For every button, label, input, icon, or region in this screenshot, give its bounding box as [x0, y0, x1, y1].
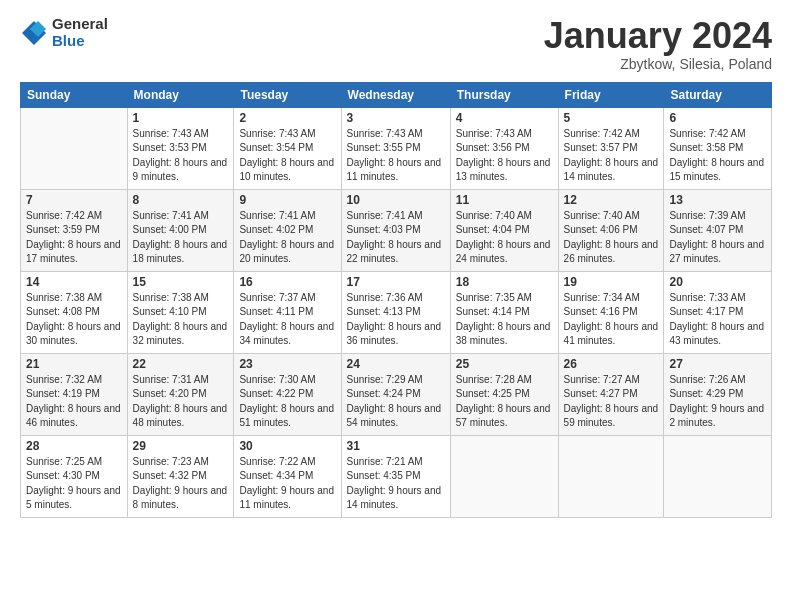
- cell-3-3: 24Sunrise: 7:29 AM Sunset: 4:24 PM Dayli…: [341, 353, 450, 435]
- day-info-4: Sunrise: 7:43 AM Sunset: 3:56 PM Dayligh…: [456, 127, 553, 185]
- header-wednesday: Wednesday: [341, 82, 450, 107]
- day-number-30: 30: [239, 439, 335, 453]
- cell-3-1: 22Sunrise: 7:31 AM Sunset: 4:20 PM Dayli…: [127, 353, 234, 435]
- day-info-12: Sunrise: 7:40 AM Sunset: 4:06 PM Dayligh…: [564, 209, 659, 267]
- cell-0-2: 2Sunrise: 7:43 AM Sunset: 3:54 PM Daylig…: [234, 107, 341, 189]
- cell-2-6: 20Sunrise: 7:33 AM Sunset: 4:17 PM Dayli…: [664, 271, 772, 353]
- day-number-12: 12: [564, 193, 659, 207]
- day-info-16: Sunrise: 7:37 AM Sunset: 4:11 PM Dayligh…: [239, 291, 335, 349]
- cell-3-5: 26Sunrise: 7:27 AM Sunset: 4:27 PM Dayli…: [558, 353, 664, 435]
- day-info-17: Sunrise: 7:36 AM Sunset: 4:13 PM Dayligh…: [347, 291, 445, 349]
- day-number-19: 19: [564, 275, 659, 289]
- day-info-1: Sunrise: 7:43 AM Sunset: 3:53 PM Dayligh…: [133, 127, 229, 185]
- day-info-14: Sunrise: 7:38 AM Sunset: 4:08 PM Dayligh…: [26, 291, 122, 349]
- day-info-28: Sunrise: 7:25 AM Sunset: 4:30 PM Dayligh…: [26, 455, 122, 513]
- logo-general-text: General: [52, 16, 108, 33]
- week-row-4: 28Sunrise: 7:25 AM Sunset: 4:30 PM Dayli…: [21, 435, 772, 517]
- day-info-27: Sunrise: 7:26 AM Sunset: 4:29 PM Dayligh…: [669, 373, 766, 431]
- day-number-27: 27: [669, 357, 766, 371]
- day-number-29: 29: [133, 439, 229, 453]
- day-number-24: 24: [347, 357, 445, 371]
- day-number-22: 22: [133, 357, 229, 371]
- day-number-1: 1: [133, 111, 229, 125]
- day-number-20: 20: [669, 275, 766, 289]
- day-number-31: 31: [347, 439, 445, 453]
- day-info-6: Sunrise: 7:42 AM Sunset: 3:58 PM Dayligh…: [669, 127, 766, 185]
- day-number-3: 3: [347, 111, 445, 125]
- day-number-9: 9: [239, 193, 335, 207]
- header-tuesday: Tuesday: [234, 82, 341, 107]
- day-info-15: Sunrise: 7:38 AM Sunset: 4:10 PM Dayligh…: [133, 291, 229, 349]
- cell-4-1: 29Sunrise: 7:23 AM Sunset: 4:32 PM Dayli…: [127, 435, 234, 517]
- day-info-30: Sunrise: 7:22 AM Sunset: 4:34 PM Dayligh…: [239, 455, 335, 513]
- week-row-0: 1Sunrise: 7:43 AM Sunset: 3:53 PM Daylig…: [21, 107, 772, 189]
- calendar-table: Sunday Monday Tuesday Wednesday Thursday…: [20, 82, 772, 518]
- header: General Blue January 2024 Zbytkow, Siles…: [20, 16, 772, 72]
- day-number-13: 13: [669, 193, 766, 207]
- cell-2-4: 18Sunrise: 7:35 AM Sunset: 4:14 PM Dayli…: [450, 271, 558, 353]
- day-number-16: 16: [239, 275, 335, 289]
- cell-1-5: 12Sunrise: 7:40 AM Sunset: 4:06 PM Dayli…: [558, 189, 664, 271]
- cell-1-4: 11Sunrise: 7:40 AM Sunset: 4:04 PM Dayli…: [450, 189, 558, 271]
- day-info-13: Sunrise: 7:39 AM Sunset: 4:07 PM Dayligh…: [669, 209, 766, 267]
- logo-text: General Blue: [52, 16, 108, 49]
- cell-0-6: 6Sunrise: 7:42 AM Sunset: 3:58 PM Daylig…: [664, 107, 772, 189]
- calendar-location: Zbytkow, Silesia, Poland: [544, 56, 772, 72]
- cell-3-6: 27Sunrise: 7:26 AM Sunset: 4:29 PM Dayli…: [664, 353, 772, 435]
- logo-blue-text: Blue: [52, 33, 108, 50]
- day-number-15: 15: [133, 275, 229, 289]
- cell-2-3: 17Sunrise: 7:36 AM Sunset: 4:13 PM Dayli…: [341, 271, 450, 353]
- cell-0-5: 5Sunrise: 7:42 AM Sunset: 3:57 PM Daylig…: [558, 107, 664, 189]
- cell-1-6: 13Sunrise: 7:39 AM Sunset: 4:07 PM Dayli…: [664, 189, 772, 271]
- day-info-3: Sunrise: 7:43 AM Sunset: 3:55 PM Dayligh…: [347, 127, 445, 185]
- day-number-7: 7: [26, 193, 122, 207]
- cell-4-3: 31Sunrise: 7:21 AM Sunset: 4:35 PM Dayli…: [341, 435, 450, 517]
- day-number-21: 21: [26, 357, 122, 371]
- day-number-4: 4: [456, 111, 553, 125]
- cell-1-2: 9Sunrise: 7:41 AM Sunset: 4:02 PM Daylig…: [234, 189, 341, 271]
- day-number-5: 5: [564, 111, 659, 125]
- day-info-19: Sunrise: 7:34 AM Sunset: 4:16 PM Dayligh…: [564, 291, 659, 349]
- title-block: January 2024 Zbytkow, Silesia, Poland: [544, 16, 772, 72]
- cell-1-1: 8Sunrise: 7:41 AM Sunset: 4:00 PM Daylig…: [127, 189, 234, 271]
- week-row-1: 7Sunrise: 7:42 AM Sunset: 3:59 PM Daylig…: [21, 189, 772, 271]
- cell-0-1: 1Sunrise: 7:43 AM Sunset: 3:53 PM Daylig…: [127, 107, 234, 189]
- day-number-18: 18: [456, 275, 553, 289]
- cell-4-6: [664, 435, 772, 517]
- calendar-title: January 2024: [544, 16, 772, 56]
- day-info-8: Sunrise: 7:41 AM Sunset: 4:00 PM Dayligh…: [133, 209, 229, 267]
- day-number-8: 8: [133, 193, 229, 207]
- cell-3-4: 25Sunrise: 7:28 AM Sunset: 4:25 PM Dayli…: [450, 353, 558, 435]
- day-info-23: Sunrise: 7:30 AM Sunset: 4:22 PM Dayligh…: [239, 373, 335, 431]
- day-info-22: Sunrise: 7:31 AM Sunset: 4:20 PM Dayligh…: [133, 373, 229, 431]
- cell-0-3: 3Sunrise: 7:43 AM Sunset: 3:55 PM Daylig…: [341, 107, 450, 189]
- logo-icon: [20, 19, 48, 47]
- cell-0-0: [21, 107, 128, 189]
- logo: General Blue: [20, 16, 108, 49]
- day-info-9: Sunrise: 7:41 AM Sunset: 4:02 PM Dayligh…: [239, 209, 335, 267]
- cell-4-2: 30Sunrise: 7:22 AM Sunset: 4:34 PM Dayli…: [234, 435, 341, 517]
- day-number-14: 14: [26, 275, 122, 289]
- weekday-header-row: Sunday Monday Tuesday Wednesday Thursday…: [21, 82, 772, 107]
- header-sunday: Sunday: [21, 82, 128, 107]
- day-info-25: Sunrise: 7:28 AM Sunset: 4:25 PM Dayligh…: [456, 373, 553, 431]
- day-number-11: 11: [456, 193, 553, 207]
- day-info-10: Sunrise: 7:41 AM Sunset: 4:03 PM Dayligh…: [347, 209, 445, 267]
- cell-1-3: 10Sunrise: 7:41 AM Sunset: 4:03 PM Dayli…: [341, 189, 450, 271]
- day-number-26: 26: [564, 357, 659, 371]
- cell-3-2: 23Sunrise: 7:30 AM Sunset: 4:22 PM Dayli…: [234, 353, 341, 435]
- day-info-29: Sunrise: 7:23 AM Sunset: 4:32 PM Dayligh…: [133, 455, 229, 513]
- cell-1-0: 7Sunrise: 7:42 AM Sunset: 3:59 PM Daylig…: [21, 189, 128, 271]
- header-saturday: Saturday: [664, 82, 772, 107]
- day-number-25: 25: [456, 357, 553, 371]
- day-number-10: 10: [347, 193, 445, 207]
- week-row-2: 14Sunrise: 7:38 AM Sunset: 4:08 PM Dayli…: [21, 271, 772, 353]
- page: General Blue January 2024 Zbytkow, Siles…: [0, 0, 792, 612]
- day-info-11: Sunrise: 7:40 AM Sunset: 4:04 PM Dayligh…: [456, 209, 553, 267]
- cell-4-0: 28Sunrise: 7:25 AM Sunset: 4:30 PM Dayli…: [21, 435, 128, 517]
- day-number-2: 2: [239, 111, 335, 125]
- day-number-23: 23: [239, 357, 335, 371]
- header-monday: Monday: [127, 82, 234, 107]
- header-thursday: Thursday: [450, 82, 558, 107]
- day-info-26: Sunrise: 7:27 AM Sunset: 4:27 PM Dayligh…: [564, 373, 659, 431]
